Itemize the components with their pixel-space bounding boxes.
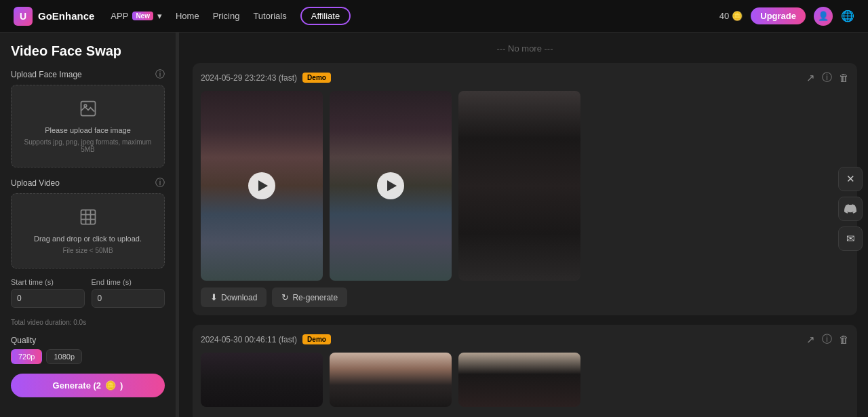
tutorials-link[interactable]: Tutorials: [253, 11, 286, 21]
card-2-header: 2024-05-30 00:46:11 (fast) Demo ↗ ⓘ 🗑: [201, 333, 849, 346]
start-time-label: Start time (s): [11, 278, 85, 286]
upload-face-icon: [79, 99, 98, 122]
globe-icon[interactable]: 🌐: [841, 9, 854, 22]
regenerate-icon: ↻: [281, 292, 289, 302]
play-button-1[interactable]: [248, 172, 275, 199]
app-label: APP: [111, 11, 128, 21]
new-badge: New: [132, 12, 153, 20]
content-area: --- No more --- 2024-05-29 23:22:43 (fas…: [179, 33, 868, 417]
card-2-demo-badge: Demo: [302, 334, 331, 344]
end-time-input[interactable]: [92, 289, 165, 308]
quality-options: 720p 1080p: [11, 349, 165, 364]
card-1-timestamp: 2024-05-29 23:22:43 (fast): [201, 73, 297, 83]
media-thumb-6[interactable]: [458, 353, 580, 407]
card-1-actions: ↗ ⓘ 🗑: [806, 71, 849, 84]
upload-face-placeholder: Please upload face image: [45, 126, 131, 134]
svg-rect-2: [81, 210, 95, 224]
delete-icon[interactable]: 🗑: [839, 72, 849, 83]
upload-face-label: Upload Face Image ⓘ: [11, 68, 165, 81]
upload-face-info-icon[interactable]: ⓘ: [155, 68, 165, 81]
nav-right: 40 🪙 Upgrade 👤 🌐: [719, 7, 854, 26]
floating-panel: ✕ ✉: [838, 167, 863, 251]
logo[interactable]: U GoEnhance: [14, 7, 94, 26]
regenerate-label: Re-generate: [292, 293, 338, 302]
quality-720p-button[interactable]: 720p: [11, 349, 42, 364]
card-2-meta: 2024-05-30 00:46:11 (fast) Demo: [201, 334, 331, 344]
credits-display: 40 🪙: [719, 11, 743, 21]
navbar: U GoEnhance APP New ▾ Home Pricing Tutor…: [0, 0, 868, 33]
generation-card-2: 2024-05-30 00:46:11 (fast) Demo ↗ ⓘ 🗑: [193, 325, 857, 417]
card-1-demo-badge: Demo: [302, 73, 331, 83]
upload-video-info-icon[interactable]: ⓘ: [155, 177, 165, 189]
svg-point-1: [84, 104, 87, 107]
upload-face-dropzone[interactable]: Please upload face image Supports jpg, p…: [11, 85, 165, 167]
generate-suffix: ): [120, 380, 123, 391]
page-title: Video Face Swap: [11, 43, 165, 59]
end-time-field: End time (s): [92, 278, 165, 308]
upload-video-dropzone[interactable]: Drag and drop or click to upload. File s…: [11, 193, 165, 269]
home-link[interactable]: Home: [176, 11, 199, 21]
generate-button[interactable]: Generate (2 🪙 ): [11, 374, 165, 397]
card-2-timestamp: 2024-05-30 00:46:11 (fast): [201, 335, 297, 344]
card-1-buttons: ⬇ Download ↻ Re-generate: [201, 287, 849, 307]
chevron-down-icon: ▾: [157, 11, 162, 21]
delete-icon-2[interactable]: 🗑: [839, 334, 849, 345]
discord-float-button[interactable]: [838, 197, 863, 221]
media-thumb-4[interactable]: [201, 353, 323, 407]
no-more-text: --- No more ---: [193, 43, 857, 54]
coin-icon: 🪙: [732, 11, 743, 21]
upload-video-icon: [79, 207, 98, 231]
info-icon-2[interactable]: ⓘ: [822, 333, 832, 346]
pricing-link[interactable]: Pricing: [213, 11, 240, 21]
download-button[interactable]: ⬇ Download: [201, 287, 267, 307]
credits-value: 40: [719, 11, 729, 21]
start-time-input[interactable]: [11, 289, 85, 308]
regenerate-button[interactable]: ↻ Re-generate: [272, 287, 347, 307]
generate-label: Generate (2: [53, 380, 102, 391]
upload-face-section: Upload Face Image ⓘ Please upload face i…: [11, 68, 165, 167]
sidebar: Video Face Swap Upload Face Image ⓘ Plea…: [0, 33, 176, 417]
nav-links: APP New ▾ Home Pricing Tutorials Affilia…: [111, 7, 703, 25]
affiliate-button[interactable]: Affiliate: [300, 7, 351, 25]
play-triangle-icon: [258, 180, 268, 191]
app-menu-button[interactable]: APP New ▾: [111, 11, 162, 21]
upload-face-hint: Supports jpg, png, jpeg formats, maximum…: [18, 138, 157, 153]
media-thumb-5[interactable]: [330, 353, 452, 407]
close-float-button[interactable]: ✕: [838, 167, 863, 191]
quality-label: Quality: [11, 336, 165, 345]
mail-float-button[interactable]: ✉: [838, 226, 863, 251]
media-thumb-1[interactable]: [201, 91, 323, 281]
media-thumb-2[interactable]: [330, 91, 452, 281]
time-range: Start time (s) End time (s): [11, 278, 165, 308]
card-1-header: 2024-05-29 23:22:43 (fast) Demo ↗ ⓘ 🗑: [201, 71, 849, 84]
upload-video-section: Upload Video ⓘ Drag and drop or click to…: [11, 177, 165, 269]
card-2-actions: ↗ ⓘ 🗑: [806, 333, 849, 346]
start-time-field: Start time (s): [11, 278, 85, 308]
coin-icon: 🪙: [105, 380, 116, 391]
avatar[interactable]: 👤: [814, 7, 833, 26]
quality-section: Quality 720p 1080p: [11, 336, 165, 364]
card-2-media-row: [201, 353, 849, 407]
play-triangle-icon-2: [387, 180, 397, 191]
download-label: Download: [221, 293, 257, 302]
upload-video-label: Upload Video ⓘ: [11, 177, 165, 189]
logo-text: GoEnhance: [38, 10, 94, 22]
media-thumb-3[interactable]: [458, 91, 580, 281]
quality-1080p-button[interactable]: 1080p: [46, 349, 82, 364]
end-time-label: End time (s): [92, 278, 165, 286]
share-icon-2[interactable]: ↗: [806, 334, 815, 346]
logo-icon: U: [14, 7, 33, 26]
upgrade-button[interactable]: Upgrade: [751, 7, 806, 24]
upload-video-hint: File size < 50MB: [62, 247, 113, 254]
play-button-2[interactable]: [377, 172, 404, 199]
generation-card-1: 2024-05-29 23:22:43 (fast) Demo ↗ ⓘ 🗑: [193, 63, 857, 315]
duration-hint: Total video duration: 0.0s: [11, 319, 165, 326]
upload-video-placeholder: Drag and drop or click to upload.: [34, 235, 142, 243]
card-1-meta: 2024-05-29 23:22:43 (fast) Demo: [201, 73, 331, 83]
main-layout: Video Face Swap Upload Face Image ⓘ Plea…: [0, 33, 868, 417]
card-1-media-row: [201, 91, 849, 281]
download-icon: ⬇: [210, 292, 218, 302]
share-icon[interactable]: ↗: [806, 72, 815, 84]
info-icon[interactable]: ⓘ: [822, 71, 832, 84]
